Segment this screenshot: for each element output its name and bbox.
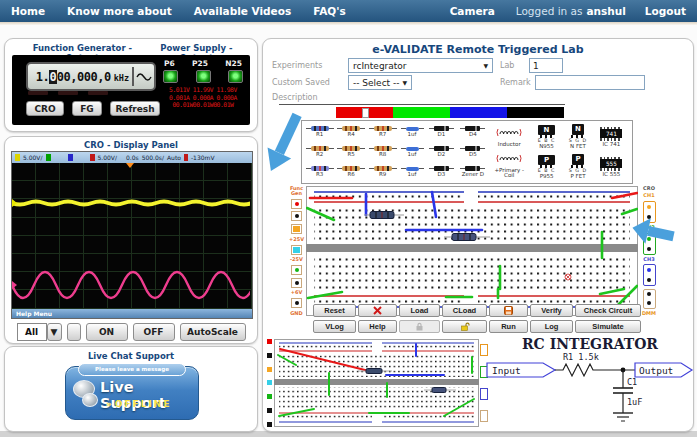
- psu-currents: 0.001A 0.000A 0.000A: [158, 94, 248, 102]
- input-label: Input: [492, 365, 521, 376]
- lock-button[interactable]: [399, 320, 440, 333]
- top-navbar: Home Know more about Available Videos FA…: [0, 0, 697, 22]
- dmm-terminal[interactable]: [643, 289, 656, 309]
- wire-color-blue[interactable]: [450, 107, 507, 118]
- resistor-symbol: [555, 364, 601, 376]
- p6v-gnd-terminal[interactable]: [291, 278, 302, 288]
- component-r7[interactable]: R7: [367, 126, 398, 138]
- component-primary-coil[interactable]: +Primary - Coil: [489, 148, 530, 179]
- nav-know-more[interactable]: Know more about: [56, 5, 183, 17]
- component-cap-2[interactable]: 1uf: [398, 147, 426, 158]
- capacitor-icon: [406, 147, 419, 151]
- logged-in-label: Logged in as: [506, 5, 587, 17]
- funcgen-gnd-terminal[interactable]: [291, 211, 302, 221]
- gnd-terminal[interactable]: [291, 298, 302, 308]
- sine-wave-icon: [132, 67, 154, 86]
- cload-button[interactable]: CLoad: [442, 304, 487, 317]
- cro-button[interactable]: CRO: [26, 101, 64, 116]
- cro-label: CRO: [643, 186, 655, 191]
- component-ic741[interactable]: 741 IC 741: [593, 127, 630, 148]
- component-d4[interactable]: D4: [457, 126, 488, 138]
- component-npn-transistor[interactable]: N E B CN955: [530, 125, 563, 150]
- wire-color-green[interactable]: [393, 107, 450, 118]
- check-circuit-button[interactable]: Check Circuit: [575, 304, 641, 317]
- p6v-terminal[interactable]: [291, 265, 302, 275]
- component-cap-3[interactable]: 1uf: [398, 167, 426, 178]
- psu-led-p25[interactable]: [196, 70, 211, 83]
- wire-color-black[interactable]: [507, 107, 564, 118]
- reset-button[interactable]: Reset: [313, 304, 356, 317]
- nav-logout[interactable]: Logout: [634, 5, 697, 17]
- nav-home[interactable]: Home: [0, 5, 56, 17]
- wire-color-red[interactable]: [336, 107, 393, 118]
- ch4-ground-marker: [12, 281, 17, 289]
- component-pnp-transistor[interactable]: P E B CP955: [530, 155, 563, 180]
- component-ic555[interactable]: 555 IC 555: [593, 157, 630, 178]
- ic-chip-icon: 555: [600, 159, 622, 168]
- capacitor-value: 1uF: [627, 397, 642, 407]
- run-button[interactable]: Run: [489, 320, 528, 333]
- lab-number-input[interactable]: [529, 58, 563, 73]
- load-button[interactable]: Load: [399, 304, 440, 317]
- component-zener[interactable]: Zener D: [457, 166, 488, 178]
- custom-saved-select[interactable]: -- Select --▼: [348, 75, 412, 90]
- nav-faqs[interactable]: FAQ's: [302, 5, 356, 17]
- ground-symbol: [613, 413, 633, 421]
- live-support-button[interactable]: Please leave a message Live Support »OFF…: [65, 366, 199, 420]
- offline-status: OFFLINE: [115, 399, 172, 409]
- channel-select[interactable]: All ▼: [17, 323, 62, 341]
- simulate-button[interactable]: Simulate: [575, 320, 641, 333]
- refresh-button[interactable]: Refresh: [110, 101, 160, 116]
- help-button[interactable]: Help: [358, 320, 397, 333]
- funcgen-signal-terminal[interactable]: [291, 199, 302, 209]
- nav-available-videos[interactable]: Available Videos: [183, 5, 303, 17]
- component-n-fet[interactable]: N S G DN FET: [563, 124, 592, 150]
- component-d2[interactable]: D2: [426, 146, 457, 158]
- leave-message-bubble: Please leave a message: [78, 363, 186, 376]
- component-d3[interactable]: D3: [426, 166, 457, 178]
- component-r5[interactable]: R5: [335, 146, 366, 158]
- main-breadboard[interactable]: [306, 186, 638, 316]
- resistor-icon: [311, 126, 329, 131]
- fast-forward-icon: »: [106, 399, 112, 409]
- component-r4[interactable]: R4: [335, 126, 366, 138]
- coil-icon: [495, 154, 523, 163]
- component-inductor[interactable]: Inductor: [489, 122, 530, 148]
- fg-button[interactable]: FG: [72, 101, 102, 116]
- verify-button[interactable]: Verify: [530, 304, 573, 317]
- scope-help-menu[interactable]: Help Menu: [12, 309, 252, 318]
- resistor-icon: [374, 146, 392, 151]
- unlock-button[interactable]: [442, 320, 487, 333]
- nav-camera[interactable]: Camera: [439, 5, 506, 17]
- psu-channel-n25: N25: [225, 59, 242, 68]
- annotation-arrow-right: [630, 216, 676, 248]
- component-d5[interactable]: D5: [457, 146, 488, 158]
- component-r8[interactable]: R8: [367, 146, 398, 158]
- wire-color-swatches: [336, 107, 564, 118]
- component-cap-1[interactable]: 1uf: [398, 127, 426, 138]
- channel-spinner[interactable]: [67, 323, 81, 341]
- experiments-select[interactable]: rcIntegrator▼: [348, 58, 493, 73]
- log-button[interactable]: Log: [530, 320, 573, 333]
- off-button[interactable]: OFF: [133, 323, 175, 341]
- component-r2[interactable]: R2: [304, 146, 335, 158]
- component-p-fet[interactable]: P S G DP FET: [563, 154, 592, 180]
- clear-button[interactable]: [358, 304, 397, 317]
- on-button[interactable]: ON: [86, 323, 128, 341]
- remark-input[interactable]: [535, 75, 645, 90]
- p25v-terminal[interactable]: [291, 224, 302, 234]
- autoscale-button[interactable]: AutoScale: [180, 323, 246, 341]
- psu-led-p6[interactable]: [163, 70, 178, 83]
- component-r6[interactable]: R6: [335, 166, 366, 178]
- component-d1[interactable]: D1: [426, 126, 457, 138]
- chevron-down-icon[interactable]: ▼: [47, 323, 62, 341]
- ch3-terminal[interactable]: [643, 264, 656, 286]
- component-r3[interactable]: R3: [304, 166, 335, 178]
- n25v-terminal[interactable]: [291, 245, 302, 255]
- component-r9[interactable]: R9: [367, 166, 398, 178]
- psu-led-n25[interactable]: [228, 70, 243, 83]
- ch1-ground-marker: [12, 199, 17, 207]
- save-button[interactable]: [489, 304, 528, 317]
- component-r1[interactable]: R1: [304, 126, 335, 138]
- vlog-button[interactable]: VLog: [313, 320, 356, 333]
